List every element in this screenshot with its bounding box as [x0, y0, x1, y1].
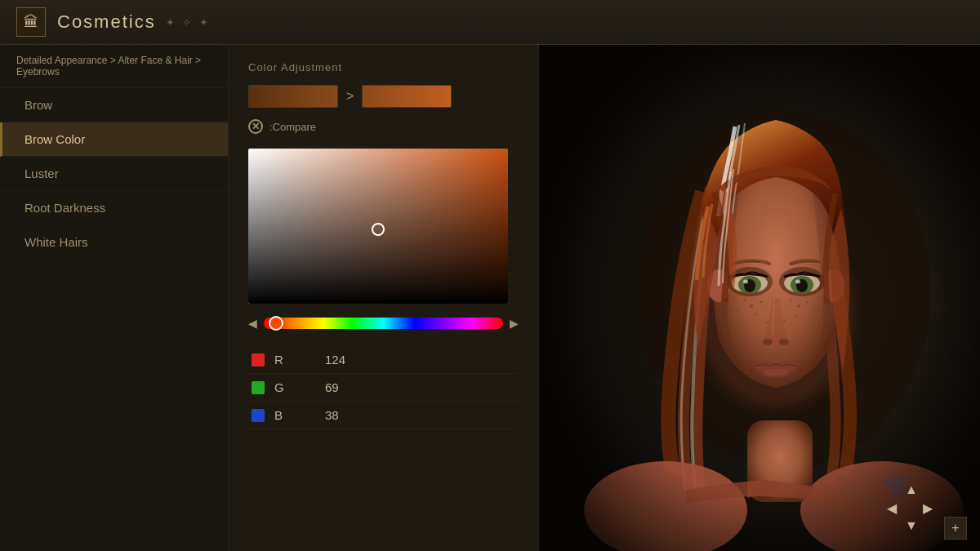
hue-left-arrow[interactable]: ◀: [248, 317, 257, 330]
color-swatch-after: [362, 85, 452, 108]
right-panel: ▲ ◀ ▶ ▼ +: [539, 45, 980, 551]
svg-rect-34: [539, 45, 980, 551]
sidebar-item-white-hairs[interactable]: White Hairs: [0, 225, 228, 260]
g-value: 69: [325, 380, 339, 394]
app-icon: 🏛: [16, 7, 46, 37]
sidebar-item-label: Root Darkness: [24, 201, 105, 215]
rgb-b-row: B 38: [248, 402, 519, 429]
nav-left-arrow[interactable]: ◀: [887, 500, 903, 517]
sidebar-item-label: Luster: [24, 167, 59, 180]
nav-up-arrow[interactable]: ▲: [905, 482, 921, 499]
compare-circle-icon: ✕: [248, 119, 263, 134]
center-panel: Color Adjustment > ✕ :Compare ◀ ▶: [229, 45, 539, 551]
arrow-right-icon: >: [346, 89, 354, 104]
hue-slider-row: ◀ ▶: [248, 317, 519, 330]
app-title: Cosmetics: [57, 11, 156, 33]
left-panel: Detailed Appearance > Alter Face & Hair …: [0, 45, 229, 551]
g-color-swatch: [252, 381, 265, 394]
color-gradient: [248, 149, 508, 304]
sidebar-item-luster[interactable]: Luster: [0, 157, 228, 191]
color-preview-row: >: [248, 85, 519, 108]
sidebar-item-brow-color[interactable]: Brow Color: [0, 122, 228, 157]
r-color-swatch: [252, 353, 265, 367]
nav-right-arrow[interactable]: ▶: [923, 500, 939, 517]
hue-right-arrow[interactable]: ▶: [510, 317, 519, 330]
sidebar-item-label: White Hairs: [24, 235, 88, 249]
b-color-swatch: [252, 409, 265, 422]
rgb-g-row: G 69: [248, 374, 519, 402]
compare-row[interactable]: ✕ :Compare: [248, 119, 519, 134]
color-picker-area[interactable]: [248, 149, 508, 304]
zoom-button[interactable]: +: [944, 517, 967, 540]
sidebar-item-root-darkness[interactable]: Root Darkness: [0, 191, 228, 225]
breadcrumb: Detailed Appearance > Alter Face & Hair …: [0, 45, 228, 88]
hue-slider-track[interactable]: [264, 318, 503, 329]
hue-thumb: [269, 316, 283, 331]
color-adjustment-title: Color Adjustment: [248, 61, 519, 73]
nav-down-arrow[interactable]: ▼: [905, 518, 921, 535]
b-value: 38: [325, 408, 339, 422]
character-preview: ▲ ◀ ▶ ▼ +: [539, 45, 980, 551]
main-layout: Detailed Appearance > Alter Face & Hair …: [0, 45, 980, 551]
rgb-r-row: R 124: [248, 346, 519, 374]
color-swatch-before[interactable]: [248, 85, 338, 108]
compare-label: :Compare: [270, 121, 316, 133]
b-label: B: [274, 408, 291, 422]
breadcrumb-text: Detailed Appearance > Alter Face & Hair …: [16, 55, 201, 78]
header-decoration: ✦ ✧ ✦: [166, 16, 211, 29]
sidebar-item-brow[interactable]: Brow: [0, 88, 228, 122]
sidebar-item-label: Brow Color: [24, 132, 85, 146]
character-face-svg: [539, 45, 980, 551]
g-label: G: [274, 380, 291, 394]
nav-arrows: ▲ ◀ ▶ ▼: [887, 482, 939, 535]
r-label: R: [274, 353, 291, 367]
r-value: 124: [325, 353, 345, 367]
sidebar-item-label: Brow: [24, 98, 52, 112]
app-header: 🏛 Cosmetics ✦ ✧ ✦: [0, 0, 980, 45]
